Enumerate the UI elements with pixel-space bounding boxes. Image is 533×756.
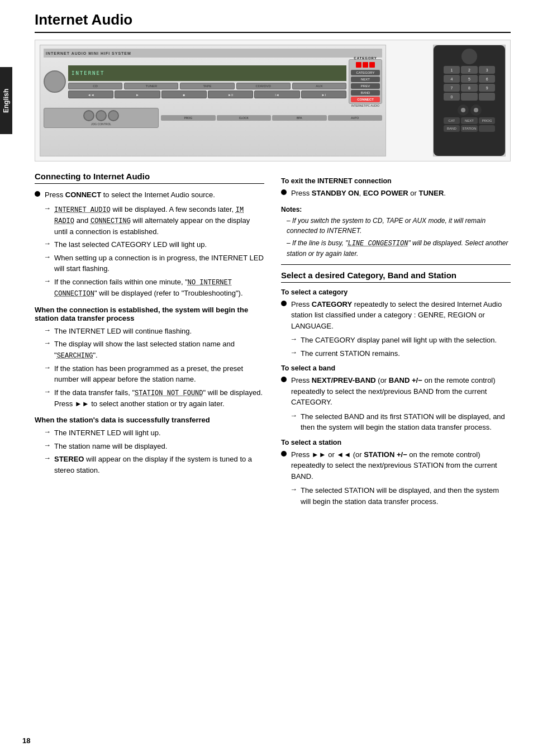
band-bullet-text: Press NEXT/PREV-BAND (or BAND +/− on the… xyxy=(291,375,511,408)
sub-arrow-3: → If the station has been programmed as … xyxy=(35,363,264,385)
arrow-symbol-4: → xyxy=(44,277,51,285)
bullet-dot-station xyxy=(281,451,287,457)
sub2-arrow-1: → The INTERNET LED will light up. xyxy=(35,427,264,439)
connect-bold: CONNECT xyxy=(65,191,101,199)
station-bullet: Press ►► or ◄◄ (or STATION +/− on the re… xyxy=(281,449,511,482)
notes-label: Notes: xyxy=(281,206,511,213)
device-main-image: INTERNET AUDIO MINI HIFI SYSTEM INTERNET… xyxy=(40,45,386,156)
notes-box: Notes: If you switch the system to CD, T… xyxy=(281,206,511,259)
category-bullet: Press CATEGORY repeatedly to select the … xyxy=(281,299,511,332)
stereo-top-bar: INTERNET AUDIO MINI HIFI SYSTEM xyxy=(44,49,382,58)
next-prev-band-bold: NEXT/PREV-BAND xyxy=(312,376,376,384)
sub2-arrow-sym-1: → xyxy=(44,427,51,436)
exit-section-heading: To exit the INTERNET connection xyxy=(281,177,511,185)
sub-arrow-sym-3: → xyxy=(44,363,51,372)
sub-arrow-1: → The INTERNET LED will continue flashin… xyxy=(35,326,264,337)
page-number: 18 xyxy=(22,736,30,745)
display-searching: SEARCHING xyxy=(57,352,93,360)
sub-arrow-4: → If the data transfer fails, "STATION N… xyxy=(35,387,264,410)
connecting-section-heading: Connecting to Internet Audio xyxy=(35,172,264,184)
stereo-display: INTERNET xyxy=(68,65,346,81)
stereo-buttons-row: CD TUNER TAPE CDR/DVD AUX xyxy=(68,83,346,89)
device-image-area: INTERNET AUDIO MINI HIFI SYSTEM INTERNET… xyxy=(35,40,511,161)
bullet-dot-category xyxy=(281,301,287,306)
left-column: Connecting to Internet Audio Press CONNE… xyxy=(35,172,264,509)
sub2-arrow-3: → STEREO will appear on the display if t… xyxy=(35,454,264,476)
note-1: If you switch the system to CD, TAPE or … xyxy=(281,216,511,236)
remote-bottom-row: CAT NEXT PROG BAND STATION xyxy=(444,117,496,132)
cat-arrow-text-2: The current STATION remains. xyxy=(301,348,511,359)
connect-bullet-text: Press CONNECT to select the Internet Aud… xyxy=(45,189,264,201)
category-arrow-1: → The CATEGORY display panel will light … xyxy=(281,335,511,346)
sub-arrow-text-4: If the data transfer fails, "STATION NOT… xyxy=(54,387,264,410)
display-station-not-found: STATION NOT FOUND xyxy=(135,389,203,397)
device-remote-image: 1 2 3 4 5 6 7 8 9 0 xyxy=(433,45,506,156)
arrow-text-1: INTERNET AUDIO will be displayed. A few … xyxy=(54,204,264,237)
arrow-symbol-3: → xyxy=(44,253,51,261)
remote-number-grid: 1 2 3 4 5 6 7 8 9 0 xyxy=(444,66,496,101)
sub-arrow-text-2: The display will show the last selected … xyxy=(54,339,264,361)
sub2-arrow-sym-2: → xyxy=(44,441,51,449)
arrow-2: → The last selected CATEGORY LED will li… xyxy=(35,239,264,250)
category-arrow-2: → The current STATION remains. xyxy=(281,348,511,359)
bullet-dot-exit xyxy=(281,189,287,195)
category-bold: CATEGORY xyxy=(312,300,352,308)
band-arrow-text-1: The selected BAND and its first STATION … xyxy=(301,411,511,433)
station-arrow-1: → The selected STATION will be displayed… xyxy=(281,485,511,507)
cat-arrow-sym-2: → xyxy=(290,348,297,356)
standby-on-bold: STANDBY ON xyxy=(312,189,359,197)
category-bullet-text: Press CATEGORY repeatedly to select the … xyxy=(291,299,511,332)
station-bullet-text: Press ►► or ◄◄ (or STATION +/− on the re… xyxy=(291,449,511,482)
page-title: Internet Audio xyxy=(35,11,511,33)
sub-arrow-text-1: The INTERNET LED will continue flashing. xyxy=(54,326,264,337)
station-data-transferred-heading: When the station's data is successfully … xyxy=(35,416,264,424)
band-plusminus-bold: BAND +/− xyxy=(389,376,422,384)
eco-power-bold: ECO POWER xyxy=(363,189,408,197)
content-area: Connecting to Internet Audio Press CONNE… xyxy=(35,172,511,509)
bullet-dot-1 xyxy=(35,191,40,197)
arrow-text-3: When setting up a connection is in progr… xyxy=(54,253,264,274)
display-connecting: CONNECTING xyxy=(91,217,131,225)
arrow-4: → If the connection fails within one min… xyxy=(35,277,264,299)
sub2-arrow-text-1: The INTERNET LED will light up. xyxy=(54,427,264,439)
sub-arrow-text-3: If the station has been programmed as a … xyxy=(54,363,264,385)
connection-established-heading: When the connection is established, the … xyxy=(35,306,264,322)
station-arrow-text-1: The selected STATION will be displayed, … xyxy=(301,485,511,507)
sub-arrow-sym-2: → xyxy=(44,339,51,347)
arrow-text-2: The last selected CATEGORY LED will ligh… xyxy=(54,239,264,250)
note-2: If the line is busy, "LINE CONGESTION" w… xyxy=(281,238,511,259)
arrow-3: → When setting up a connection is in pro… xyxy=(35,253,264,274)
right-column: To exit the INTERNET connection Press ST… xyxy=(281,172,511,509)
arrow-text-4: If the connection fails within one minut… xyxy=(54,277,264,299)
arrow-symbol-2: → xyxy=(44,239,51,248)
sub-arrow-2: → The display will show the last selecte… xyxy=(35,339,264,361)
arrow-1: → INTERNET AUDIO will be displayed. A fe… xyxy=(35,204,264,237)
display-no-internet: NO INTERNET CONNECTION xyxy=(54,279,232,298)
cat-arrow-text-1: The CATEGORY display panel will light up… xyxy=(301,335,511,346)
display-internet-audio: INTERNET AUDIO xyxy=(54,206,111,214)
display-line-congestion: LINE CONGESTION xyxy=(348,240,408,248)
sidebar-language-label: English xyxy=(0,67,12,134)
select-station-subhead: To select a station xyxy=(281,439,511,446)
cat-arrow-sym-1: → xyxy=(290,335,297,343)
stereo-bold: STEREO xyxy=(54,455,84,463)
divider xyxy=(281,264,511,265)
exit-bullet: Press STANDBY ON, ECO POWER or TUNER. xyxy=(281,188,511,199)
station-plusminus-bold: STATION +/− xyxy=(364,450,407,459)
sub-arrow-sym-1: → xyxy=(44,326,51,334)
select-section-heading: Select a desired Category, Band and Stat… xyxy=(281,270,511,283)
select-category-subhead: To select a category xyxy=(281,288,511,296)
bullet-dot-band xyxy=(281,377,287,382)
band-arrow-1: → The selected BAND and its first STATIO… xyxy=(281,411,511,433)
band-arrow-sym-1: → xyxy=(290,411,297,420)
sub2-arrow-text-3: STEREO will appear on the display if the… xyxy=(54,454,264,476)
station-arrow-sym-1: → xyxy=(290,485,297,493)
connect-bullet: Press CONNECT to select the Internet Aud… xyxy=(35,189,264,201)
sub2-arrow-sym-3: → xyxy=(44,454,51,462)
sub-arrow-sym-4: → xyxy=(44,387,51,396)
arrow-symbol-1: → xyxy=(44,204,51,212)
band-bullet: Press NEXT/PREV-BAND (or BAND +/− on the… xyxy=(281,375,511,408)
exit-bullet-text: Press STANDBY ON, ECO POWER or TUNER. xyxy=(291,188,511,199)
tuner-bold: TUNER xyxy=(419,189,444,197)
sub2-arrow-2: → The station name will be displayed. xyxy=(35,441,264,452)
